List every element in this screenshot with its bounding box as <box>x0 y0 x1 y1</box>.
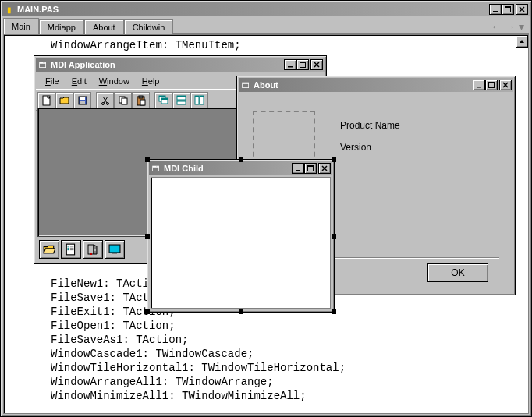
tab-about[interactable]: About <box>84 19 124 34</box>
paste-icon[interactable] <box>132 92 150 109</box>
nav-dropdown-icon[interactable]: ▾ <box>519 20 524 33</box>
close-button[interactable] <box>499 80 512 90</box>
mdi-title: MDI Application <box>51 60 284 69</box>
app-icon: 🗔 <box>151 163 161 174</box>
svg-rect-20 <box>161 98 168 100</box>
menu-edit[interactable]: Edit <box>66 75 93 87</box>
svg-point-37 <box>94 249 96 251</box>
menu-window[interactable]: Window <box>93 75 136 87</box>
save-icon[interactable] <box>73 92 91 109</box>
cut-icon[interactable] <box>96 92 114 109</box>
new-icon[interactable] <box>37 92 55 109</box>
svg-rect-27 <box>200 96 204 104</box>
svg-rect-41 <box>477 87 481 88</box>
svg-rect-44 <box>296 170 300 171</box>
svg-rect-13 <box>122 98 127 104</box>
mdi-titlebar[interactable]: 🗔 MDI Application <box>36 58 325 72</box>
openfolder-icon[interactable] <box>39 240 59 259</box>
svg-rect-36 <box>88 245 94 254</box>
resize-handle[interactable] <box>145 157 150 162</box>
svg-rect-28 <box>200 96 204 97</box>
svg-rect-31 <box>70 246 74 246</box>
tab-childwin[interactable]: Childwin <box>124 19 174 34</box>
app-icon: 🗔 <box>240 80 251 90</box>
svg-rect-3 <box>288 66 293 68</box>
resize-handle[interactable] <box>239 309 243 314</box>
svg-rect-16 <box>140 100 145 105</box>
svg-rect-34 <box>67 249 69 250</box>
maximize-button[interactable] <box>485 80 498 90</box>
menu-file[interactable]: File <box>39 75 66 87</box>
svg-rect-24 <box>177 101 186 102</box>
exit-icon[interactable] <box>83 240 103 259</box>
svg-point-10 <box>101 102 104 104</box>
desktop-icon[interactable] <box>105 240 125 259</box>
svg-rect-46 <box>308 166 314 168</box>
maximize-button[interactable] <box>304 163 317 174</box>
svg-rect-22 <box>177 96 186 97</box>
app-icon: 🗔 <box>37 59 48 70</box>
svg-rect-43 <box>489 83 495 84</box>
svg-rect-2 <box>505 7 511 9</box>
open-icon[interactable] <box>55 92 73 109</box>
svg-rect-8 <box>80 97 85 100</box>
tile-v-icon[interactable] <box>190 92 208 109</box>
svg-rect-30 <box>67 246 69 246</box>
child-client-area <box>151 177 331 309</box>
version-label: Version <box>340 142 371 153</box>
resize-handle[interactable] <box>332 157 336 162</box>
scroll-up-button[interactable] <box>516 35 528 48</box>
svg-rect-26 <box>195 96 199 97</box>
minimize-button[interactable] <box>292 163 304 174</box>
minimize-button[interactable] <box>489 4 502 15</box>
resize-handle[interactable] <box>145 234 150 239</box>
about-titlebar[interactable]: 🗔 About <box>239 78 513 92</box>
minimize-button[interactable] <box>473 80 485 90</box>
main-titlebar[interactable]: ▮ MAIN.PAS <box>2 2 530 16</box>
svg-rect-0 <box>493 11 498 12</box>
svg-rect-33 <box>70 248 74 249</box>
svg-rect-32 <box>67 248 69 249</box>
product-name-label: Product Name <box>340 120 400 131</box>
nav-back-icon[interactable]: ← <box>491 20 502 33</box>
tab-main[interactable]: Main <box>3 18 39 34</box>
resize-handle[interactable] <box>145 309 150 314</box>
minimize-button[interactable] <box>284 59 296 70</box>
tile-h-icon[interactable] <box>172 92 190 109</box>
menu-help[interactable]: Help <box>136 75 166 87</box>
copy-icon[interactable] <box>114 92 132 109</box>
svg-rect-15 <box>139 96 143 98</box>
props-icon[interactable] <box>61 240 81 259</box>
resize-handle[interactable] <box>239 157 243 162</box>
ok-button[interactable]: OK <box>427 263 488 282</box>
child-titlebar[interactable]: 🗔 MDI Child <box>149 161 332 175</box>
svg-rect-39 <box>110 246 119 252</box>
mdi-child-window[interactable]: 🗔 MDI Child <box>147 159 335 313</box>
tab-bar: Main Mdiapp About Childwin ← → ▾ <box>3 18 529 34</box>
main-title: MAIN.PAS <box>17 5 489 14</box>
svg-rect-5 <box>300 62 306 64</box>
svg-rect-9 <box>80 101 85 104</box>
svg-point-11 <box>106 102 108 104</box>
close-button[interactable] <box>516 4 528 15</box>
close-button[interactable] <box>310 59 323 70</box>
svg-rect-18 <box>159 96 165 97</box>
close-button[interactable] <box>318 163 331 174</box>
about-title: About <box>254 80 473 90</box>
svg-rect-40 <box>112 253 117 254</box>
svg-rect-25 <box>195 96 199 104</box>
file-icon: ▮ <box>4 4 15 15</box>
resize-handle[interactable] <box>332 309 336 314</box>
nav-forward-icon[interactable]: → <box>505 20 516 33</box>
child-title: MDI Child <box>164 164 292 173</box>
maximize-button[interactable] <box>296 59 309 70</box>
tab-mdiapp[interactable]: Mdiapp <box>39 19 84 34</box>
cascade-icon[interactable] <box>154 92 172 109</box>
maximize-button[interactable] <box>502 4 514 15</box>
svg-rect-35 <box>70 249 74 250</box>
resize-handle[interactable] <box>332 234 336 239</box>
